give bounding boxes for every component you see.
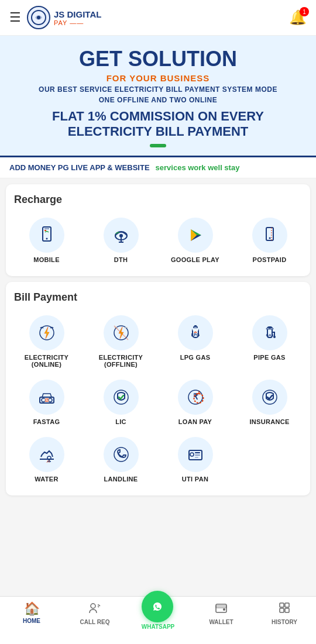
logo-circle <box>27 6 50 29</box>
nav-history[interactable]: HISTORY <box>253 597 316 644</box>
recharge-google-play[interactable]: GOOGLE PLAY <box>160 214 230 267</box>
pipe-gas[interactable]: GAS PIPE GAS <box>235 312 304 371</box>
water-icon <box>29 437 64 472</box>
notification-badge: 1 <box>300 7 309 16</box>
loan-pay-icon: ₹ <box>178 380 213 415</box>
nav-whatsapp[interactable]: WHATSAPP <box>126 597 190 644</box>
banner-subtitle: FOR YOUR BUSINESS <box>9 73 307 83</box>
banner-highlight: FLAT 1% COMMISSION ON EVERY ELECTRICITY … <box>9 109 307 140</box>
lic-label: LIC <box>115 418 126 425</box>
recharge-title: Recharge <box>12 194 304 206</box>
svg-rect-21 <box>194 325 197 327</box>
bill-payment-title: Bill Payment <box>12 291 304 304</box>
bill-payment-section: Bill Payment ELECTRICITY (ONLINE) <box>6 282 310 495</box>
mobile-icon <box>29 218 64 253</box>
electricity-offline[interactable]: ELECTRICITY (OFFLINE) <box>86 312 156 371</box>
svg-point-47 <box>91 604 95 608</box>
lpg-gas-label: LPG GAS <box>180 354 211 361</box>
electricity-online-label: ELECTRICITY (ONLINE) <box>13 354 80 368</box>
loan-pay[interactable]: ₹ LOAN PAY <box>160 376 230 429</box>
svg-rect-53 <box>285 603 289 607</box>
postpaid-label: POSTPAID <box>253 256 287 263</box>
recharge-postpaid[interactable]: POSTPAID <box>235 214 304 267</box>
home-icon: 🏠 <box>24 601 40 617</box>
postpaid-icon <box>252 218 287 253</box>
svg-point-28 <box>273 336 276 338</box>
svg-rect-49 <box>216 604 226 612</box>
nav-history-label: HISTORY <box>272 619 297 625</box>
lpg-gas[interactable]: LPG LPG GAS <box>160 312 230 371</box>
electricity-online[interactable]: ELECTRICITY (ONLINE) <box>12 312 81 371</box>
banner-dot <box>150 144 166 147</box>
pipe-gas-label: PIPE GAS <box>253 354 285 361</box>
bottom-navigation: 🏠 HOME CALL REQ WHATSAPP <box>0 596 316 644</box>
svg-point-15 <box>269 237 270 239</box>
fastag[interactable]: TAG FASTAG <box>12 376 81 429</box>
svg-rect-54 <box>280 608 284 612</box>
insurance[interactable]: INSURANCE <box>235 376 304 429</box>
svg-text:TAG: TAG <box>43 398 49 402</box>
ticker-bar: ADD MONEY PG LIVE APP & WEBSITE services… <box>0 157 316 178</box>
recharge-mobile[interactable]: MOBILE <box>12 214 81 267</box>
lic-icon <box>104 380 139 415</box>
landline-label: LANDLINE <box>104 476 138 483</box>
uti-pan[interactable]: UTI PAN <box>160 433 230 486</box>
banner-desc1: OUR BEST SERVICE ELECTRICITY BILL PAYMEN… <box>9 85 307 94</box>
nav-wallet-label: WALLET <box>209 619 233 625</box>
water[interactable]: WATER <box>12 433 81 486</box>
svg-point-27 <box>269 326 271 329</box>
logo-text: JS DIGITAL PAY —— <box>54 9 101 26</box>
google-play-icon <box>178 218 213 253</box>
wallet-icon <box>215 601 228 618</box>
nav-home-label: HOME <box>23 618 40 624</box>
svg-rect-5 <box>44 230 46 231</box>
water-label: WATER <box>35 476 58 483</box>
uti-pan-label: UTI PAN <box>182 476 208 483</box>
fastag-icon: TAG <box>29 380 64 415</box>
nav-wallet[interactable]: WALLET <box>190 597 253 644</box>
svg-rect-45 <box>195 454 200 456</box>
svg-rect-44 <box>195 452 200 453</box>
svg-point-1 <box>37 16 40 19</box>
uti-pan-icon <box>178 437 213 472</box>
electricity-online-icon <box>29 315 64 350</box>
svg-rect-50 <box>216 606 226 608</box>
nav-call-req[interactable]: CALL REQ <box>63 597 126 644</box>
svg-point-7 <box>119 234 123 237</box>
ticker-item-1: ADD MONEY PG LIVE APP & WEBSITE <box>9 163 150 172</box>
dth-icon <box>104 218 139 253</box>
svg-point-51 <box>223 608 225 611</box>
dth-label: DTH <box>114 256 128 263</box>
call-req-icon <box>88 601 101 618</box>
lpg-gas-icon: LPG <box>178 315 213 350</box>
recharge-dth[interactable]: DTH <box>86 214 156 267</box>
insurance-icon <box>252 380 287 415</box>
landline[interactable]: LANDLINE <box>86 433 156 486</box>
bill-payment-grid: ELECTRICITY (ONLINE) ELECTRICITY (OFFLIN… <box>12 312 304 486</box>
electricity-offline-icon <box>104 315 139 350</box>
app-header: ☰ JS DIGITAL PAY —— 🔔 1 <box>0 0 316 36</box>
svg-rect-55 <box>285 608 289 612</box>
nav-home[interactable]: 🏠 HOME <box>0 597 63 644</box>
svg-rect-52 <box>280 603 284 607</box>
ticker-item-2: services work well stay <box>156 163 240 172</box>
recharge-grid: MOBILE DTH <box>12 214 304 267</box>
banner-title: GET SOLUTION <box>9 47 307 71</box>
svg-text:LPG: LPG <box>191 333 200 337</box>
landline-icon <box>104 437 139 472</box>
menu-icon[interactable]: ☰ <box>9 10 21 25</box>
google-play-label: GOOGLE PLAY <box>171 256 219 263</box>
loan-pay-label: LOAN PAY <box>178 418 212 425</box>
pipe-gas-icon: GAS <box>252 315 287 350</box>
whatsapp-icon <box>142 591 173 622</box>
history-icon <box>278 601 291 618</box>
insurance-label: INSURANCE <box>249 418 289 425</box>
svg-point-43 <box>190 453 194 456</box>
nav-call-req-label: CALL REQ <box>80 619 110 625</box>
mobile-label: MOBILE <box>33 256 60 263</box>
nav-whatsapp-label: WHATSAPP <box>142 624 174 630</box>
promo-banner: GET SOLUTION FOR YOUR BUSINESS OUR BEST … <box>0 36 316 157</box>
notification-bell[interactable]: 🔔 1 <box>289 9 307 26</box>
electricity-offline-label: ELECTRICITY (OFFLINE) <box>87 354 154 368</box>
lic[interactable]: LIC <box>86 376 156 429</box>
